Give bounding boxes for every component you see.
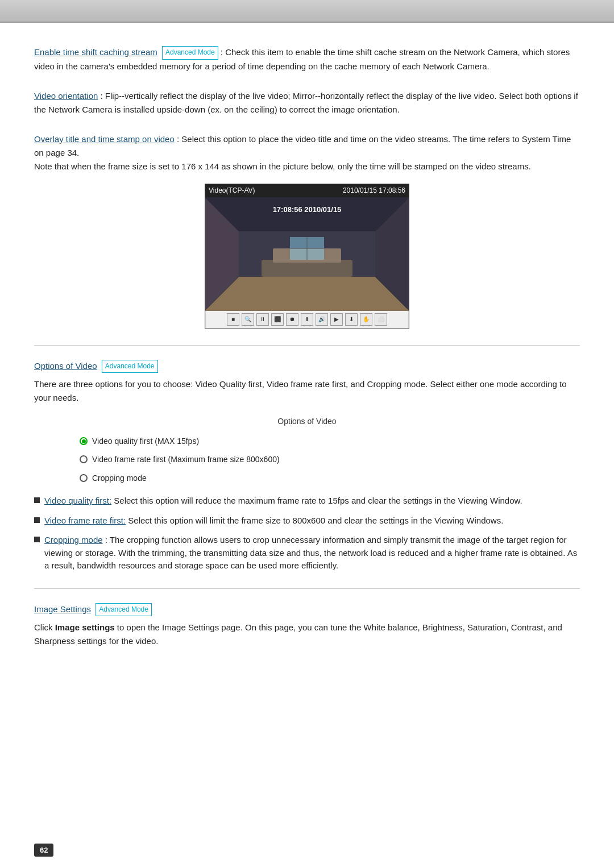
radio-frame-rate[interactable]: Video frame rate first (Maximum frame si…: [80, 453, 580, 466]
toolbar-icon-upload[interactable]: ⬆: [301, 313, 313, 326]
time-shift-section: Enable time shift caching stream Advance…: [34, 45, 580, 73]
bullet-item-1: Video quality first: Select this option …: [34, 495, 580, 508]
options-video-link[interactable]: Options of Video: [34, 361, 97, 371]
video-frame: Video(TCP-AV) 2010/01/15 17:08:56: [205, 184, 409, 329]
radio-circle-3: [80, 474, 88, 482]
page-content: Enable time shift caching stream Advance…: [0, 23, 614, 709]
bullet-desc-3: : The cropping function allows users to …: [44, 535, 577, 570]
video-toolbar: ■ 🔍 ⏸ ⬛ ⏺ ⬆ 🔊 ▶ ⬇ ✋ ⬜: [205, 311, 409, 329]
image-settings-link[interactable]: Image Settings: [34, 604, 91, 614]
bullet-square-1: [34, 497, 40, 503]
top-bar: [0, 0, 614, 23]
bullet-link-1[interactable]: Video quality first:: [44, 496, 111, 505]
divider-2: [34, 588, 580, 589]
radio-circle-1: [80, 437, 88, 445]
bullet-item-2: Video frame rate first: Select this opti…: [34, 514, 580, 528]
image-settings-description: Click Image settings to open the Image S…: [34, 621, 580, 648]
toolbar-icon-fullscreen[interactable]: ⬜: [375, 313, 387, 326]
time-shift-link[interactable]: Enable time shift caching stream: [34, 47, 157, 57]
bullet-square-2: [34, 517, 40, 523]
options-video-section: Options of Video Advanced Mode There are…: [34, 359, 580, 572]
toolbar-icon-hand[interactable]: ✋: [360, 313, 372, 326]
divider-1: [34, 345, 580, 346]
overlay-link[interactable]: Overlay title and time stamp on video: [34, 134, 175, 144]
options-video-box: Options of Video Video quality first (MA…: [34, 415, 580, 484]
bullet-item-3: Cropping mode : The cropping function al…: [34, 534, 580, 572]
video-timestamp-overlay: 17:08:56 2010/01/15: [273, 204, 342, 216]
video-orientation-description: : Flip--vertically reflect the display o…: [34, 91, 578, 114]
overlay-note: Note that when the frame size is set to …: [34, 161, 531, 171]
options-video-description: There are three options for you to choos…: [34, 377, 580, 405]
radio-cropping-mode[interactable]: Cropping mode: [80, 472, 580, 484]
video-datetime: 2010/01/15 17:08:56: [343, 185, 405, 196]
bullet-text-3: Cropping mode : The cropping function al…: [44, 534, 580, 572]
radio-label-3: Cropping mode: [92, 472, 147, 484]
options-video-badge: Advanced Mode: [102, 360, 158, 373]
radio-circle-2: [80, 455, 88, 463]
toolbar-icon-play[interactable]: ▶: [330, 313, 343, 326]
video-preview-container: Video(TCP-AV) 2010/01/15 17:08:56: [205, 184, 409, 329]
image-settings-section: Image Settings Advanced Mode Click Image…: [34, 603, 580, 649]
video-orientation-link[interactable]: Video orientation: [34, 91, 98, 101]
page-number: 62: [34, 844, 53, 857]
bullet-section: Video quality first: Select this option …: [34, 495, 580, 572]
bullet-square-3: [34, 537, 40, 542]
bullet-link-2[interactable]: Video frame rate first:: [44, 516, 126, 525]
time-shift-badge: Advanced Mode: [162, 46, 218, 59]
radio-video-quality[interactable]: Video quality first (MAX 15fps): [80, 435, 580, 447]
image-settings-desc-before: Click: [34, 622, 55, 632]
video-title: Video(TCP-AV): [209, 185, 255, 196]
radio-label-2: Video frame rate first (Maximum frame si…: [92, 453, 280, 466]
radio-label-1: Video quality first (MAX 15fps): [92, 435, 199, 447]
svg-marker-3: [205, 277, 409, 311]
toolbar-icon-record[interactable]: ■: [227, 313, 239, 326]
video-screen: 17:08:56 2010/01/15: [205, 197, 409, 311]
bullet-link-3[interactable]: Cropping mode: [44, 535, 103, 545]
bullet-desc-2: Select this option will limit the frame …: [128, 516, 503, 525]
toolbar-icon-audio[interactable]: 🔊: [316, 313, 328, 326]
video-orientation-section: Video orientation : Flip--vertically ref…: [34, 89, 580, 117]
toolbar-icon-pause[interactable]: ⏸: [256, 313, 269, 326]
toolbar-icon-zoom[interactable]: 🔍: [242, 313, 254, 326]
bullet-text-2: Video frame rate first: Select this opti…: [44, 514, 503, 528]
bullet-text-1: Video quality first: Select this option …: [44, 495, 522, 508]
bullet-desc-1: Select this option will reduce the maxim…: [114, 496, 522, 505]
toolbar-icon-download[interactable]: ⬇: [345, 313, 358, 326]
video-titlebar: Video(TCP-AV) 2010/01/15 17:08:56: [205, 184, 409, 197]
image-settings-bold: Image settings: [55, 622, 115, 632]
toolbar-icon-rec2[interactable]: ⏺: [286, 313, 298, 326]
image-settings-badge: Advanced Mode: [96, 603, 152, 616]
toolbar-icon-stop[interactable]: ⬛: [271, 313, 284, 326]
overlay-section: Overlay title and time stamp on video : …: [34, 132, 580, 329]
options-box-title: Options of Video: [34, 415, 580, 427]
